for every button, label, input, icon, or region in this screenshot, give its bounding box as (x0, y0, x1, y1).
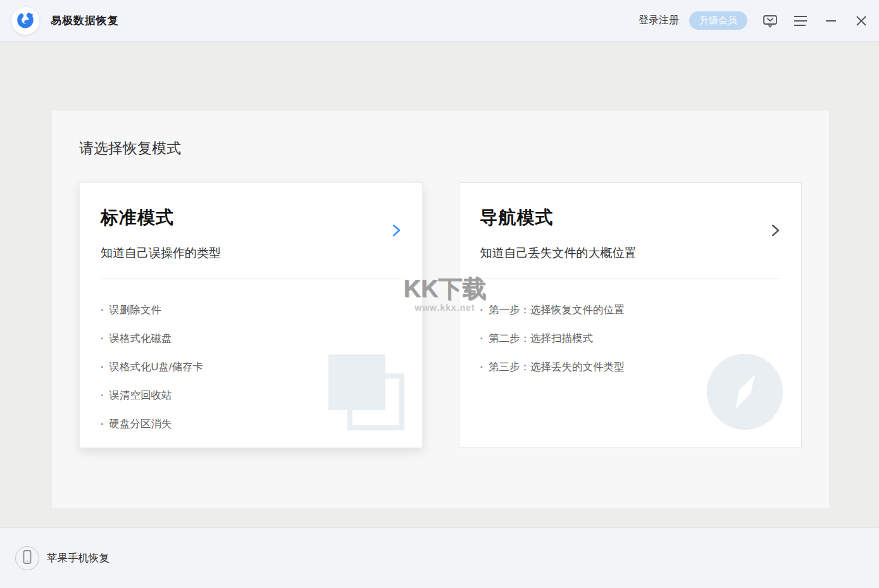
card-subtitle: 知道自己丢失文件的大概位置 (480, 245, 781, 261)
app-logo (11, 7, 39, 35)
card-list-item: ·误删除文件 (101, 296, 401, 324)
navigation-mode-list: ·第一步：选择恢复文件的位置·第二步：选择扫描模式·第三步：选择丢失的文件类型 (480, 296, 781, 381)
phone-icon (21, 549, 34, 567)
card-list-item: ·误格式化U盘/储存卡 (101, 353, 401, 381)
card-list-item: ·误格式化磁盘 (101, 324, 401, 353)
iphone-recovery-label[interactable]: 苹果手机恢复 (47, 551, 109, 565)
title-bar: 易极数据恢复 登录注册 升级会员 (0, 0, 879, 42)
minimize-icon[interactable] (823, 13, 838, 28)
standard-mode-card[interactable]: 标准模式 知道自己误操作的类型 ·误删除文件·误格式化磁盘·误格式化U盘/储存卡… (79, 182, 423, 448)
bottom-bar: 苹果手机恢复 (0, 527, 879, 588)
card-subtitle: 知道自己误操作的类型 (101, 245, 401, 261)
card-list-item: ·误清空回收站 (101, 381, 401, 410)
close-icon[interactable] (854, 13, 869, 28)
feedback-icon[interactable] (763, 13, 778, 28)
titlebar-actions: 登录注册 升级会员 (639, 11, 869, 30)
card-list-item: ·第二步：选择扫描模式 (480, 324, 781, 353)
main-panel: 请选择恢复模式 标准模式 知道自己误操作的类型 ·误删除文件·误格式化磁盘·误格… (52, 111, 829, 508)
standard-mode-list: ·误删除文件·误格式化磁盘·误格式化U盘/储存卡·误清空回收站·硬盘分区消失 (101, 296, 401, 438)
app-title: 易极数据恢复 (51, 13, 119, 28)
divider (480, 278, 781, 278)
card-list-item: ·硬盘分区消失 (101, 410, 401, 438)
upgrade-member-button[interactable]: 升级会员 (689, 11, 747, 30)
mode-cards: 标准模式 知道自己误操作的类型 ·误删除文件·误格式化磁盘·误格式化U盘/储存卡… (79, 182, 802, 448)
divider (101, 278, 401, 278)
app-logo-icon (15, 9, 36, 33)
card-list-item: ·第一步：选择恢复文件的位置 (480, 296, 781, 324)
login-register-link[interactable]: 登录注册 (639, 14, 679, 27)
iphone-recovery-button[interactable] (15, 546, 39, 570)
card-title: 导航模式 (480, 206, 781, 230)
card-list-item: ·第三步：选择丢失的文件类型 (480, 353, 781, 381)
navigation-mode-card[interactable]: 导航模式 知道自己丢失文件的大概位置 ·第一步：选择恢复文件的位置·第二步：选择… (459, 182, 802, 448)
page-title: 请选择恢复模式 (79, 139, 802, 158)
chevron-right-icon[interactable] (389, 223, 403, 237)
chevron-right-icon[interactable] (768, 223, 782, 237)
menu-icon[interactable] (793, 13, 808, 28)
card-title: 标准模式 (101, 206, 401, 230)
